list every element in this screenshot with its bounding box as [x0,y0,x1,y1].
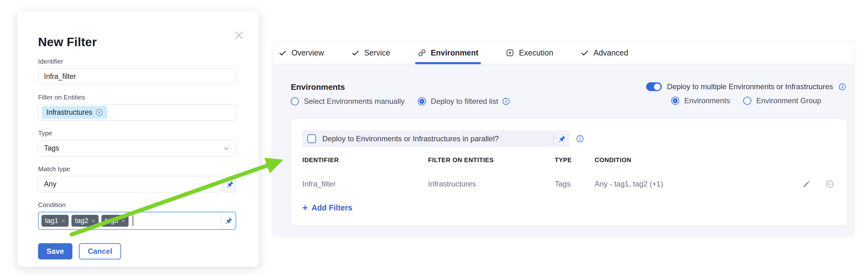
chevron-down-icon [222,144,230,152]
cancel-button[interactable]: Cancel [79,243,121,259]
tag-label: tag2 [75,217,88,225]
execution-play-icon [506,49,514,57]
info-icon[interactable] [838,83,846,91]
condition-tag[interactable]: tag3 × [101,215,128,227]
tag-label: tag1 [45,217,58,225]
env-right-options: Deploy to multiple Environments or Infra… [646,82,846,105]
radio-select-manually-label[interactable]: Select Environments manually [304,97,405,106]
info-icon[interactable] [576,135,584,143]
environments-heading: Environments [291,82,510,92]
identifier-label: Identifier [38,58,237,65]
check-icon [581,49,589,57]
tab-execution[interactable]: Execution [506,42,553,64]
type-label: Type [38,129,237,137]
column-header: CONDITION [595,156,764,164]
multi-env-toggle-label: Deploy to multiple Environments or Infra… [667,82,833,91]
match-type-select[interactable]: Any [38,176,222,193]
parallel-checkbox-label[interactable]: Deploy to Environments or Infrastructure… [322,134,499,143]
condition-tag[interactable]: tag2 × [71,215,99,227]
minus-circle-icon [825,180,834,189]
match-type-select-value: Any [44,180,57,188]
check-icon [351,49,360,57]
radio-deploy-filtered-label[interactable]: Deploy to filtered list [431,97,498,106]
plus-icon: + [302,203,308,212]
cell-type: Tags [555,180,595,188]
chip-remove-icon[interactable] [95,108,103,117]
check-icon [279,49,287,57]
pin-icon [225,217,233,225]
type-select[interactable]: Tags [38,140,236,156]
tab-label: Service [364,48,390,57]
add-filters-button[interactable]: + Add Filters [302,203,352,212]
environment-tab-content: Environments Select Environments manuall… [273,64,854,226]
new-filter-modal: New Filter Identifier Filter on Entities… [17,11,259,267]
match-type-label: Match type [38,165,237,173]
parallel-pin-button[interactable] [554,135,570,143]
tab-label: Environment [431,48,478,57]
tab-label: Advanced [593,48,628,57]
chevron-down-icon [208,180,216,188]
modal-title: New Filter [38,35,237,49]
filter-on-entities-label: Filter on Entities [38,94,237,101]
condition-tag[interactable]: tag1 × [41,215,69,227]
pin-icon [226,180,234,188]
edit-filter-button[interactable] [802,179,811,189]
entity-chip[interactable]: Infrastructures [42,106,107,119]
tab-service[interactable]: Service [351,42,390,64]
cell-identifier: Infra_filter [302,180,428,188]
tab-label: Overview [291,48,324,57]
filters-card: Deploy to Environments or Infrastructure… [291,119,847,226]
remove-filter-button[interactable] [825,179,834,189]
filter-on-entities-input[interactable]: Infrastructures [38,104,236,121]
pencil-icon [802,180,811,188]
entity-chip-label: Infrastructures [46,108,92,117]
radio-environments[interactable] [671,97,679,105]
parallel-option-row: Deploy to Environments or Infrastructure… [302,130,570,147]
match-type-pin-button[interactable] [223,176,236,193]
stage-tabbar: Overview Service Environment Execution A… [273,42,854,64]
column-header: FILTER ON ENTITIES [428,156,555,164]
condition-input[interactable]: tag1 × tag2 × tag3 × [38,212,236,230]
tab-label: Execution [519,48,553,57]
pipeline-stage-panel: Overview Service Environment Execution A… [273,41,854,236]
radio-select-manually[interactable] [291,97,299,105]
radio-environment-group-label[interactable]: Environment Group [756,96,821,105]
close-icon[interactable] [233,29,245,41]
condition-pin-button[interactable] [221,212,236,229]
remove-tag-icon[interactable]: × [91,217,95,224]
column-header: IDENTIFIER [302,156,428,164]
environment-hexagons-icon [418,49,426,57]
parallel-checkbox[interactable] [307,134,316,143]
table-row: Infra_filter Infrastructures Tags Any - … [302,179,836,189]
text-cursor [133,215,133,226]
cell-condition: Any - tag1, tag2 (+1) [595,180,764,188]
env-left-options: Environments Select Environments manuall… [291,82,510,106]
save-button[interactable]: Save [38,243,72,259]
radio-environment-group[interactable] [743,97,751,105]
add-filters-label: Add Filters [312,203,352,212]
info-icon[interactable] [502,97,510,105]
tab-advanced[interactable]: Advanced [581,42,628,64]
radio-deploy-filtered[interactable] [418,97,426,105]
pin-icon [558,135,566,143]
cell-filter-on-entities: Infrastructures [428,180,555,188]
tab-overview[interactable]: Overview [279,42,324,64]
remove-tag-icon[interactable]: × [61,217,65,224]
column-header: TYPE [555,156,595,164]
type-select-value: Tags [44,144,59,152]
remove-tag-icon[interactable]: × [121,217,125,224]
filters-table-header: IDENTIFIER FILTER ON ENTITIES TYPE CONDI… [302,156,836,164]
radio-environments-label[interactable]: Environments [684,96,730,105]
identifier-input[interactable] [38,68,236,85]
tab-environment[interactable]: Environment [418,42,478,64]
condition-label: Condition [38,201,237,209]
tag-label: tag3 [105,217,118,225]
multi-env-toggle[interactable] [646,82,662,91]
